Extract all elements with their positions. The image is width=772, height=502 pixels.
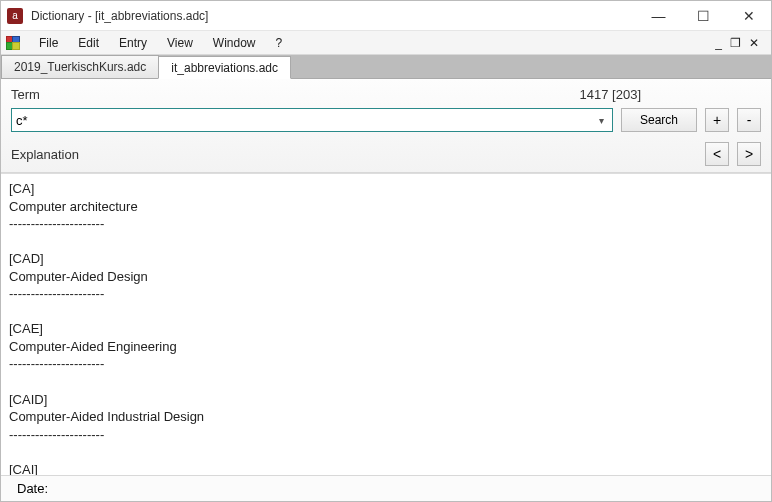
minimize-button[interactable]: — xyxy=(636,1,681,31)
document-tab-bar: 2019_TuerkischKurs.adcit_abbreviations.a… xyxy=(1,55,771,79)
prev-button[interactable]: < xyxy=(705,142,729,166)
mdi-close-button[interactable]: ✕ xyxy=(747,36,761,50)
menu-edit[interactable]: Edit xyxy=(68,33,109,53)
term-label: Term xyxy=(11,87,40,102)
document-tab[interactable]: it_abbreviations.adc xyxy=(158,56,291,79)
remove-button[interactable]: - xyxy=(737,108,761,132)
mdi-window-controls: _ ❐ ✕ xyxy=(713,36,767,50)
menu-window[interactable]: Window xyxy=(203,33,266,53)
mdi-minimize-button[interactable]: _ xyxy=(713,36,724,50)
search-button[interactable]: Search xyxy=(621,108,697,132)
result-count: 1417 [203] xyxy=(580,87,641,102)
app-menu-icon xyxy=(5,35,21,51)
window-title: Dictionary - [it_abbreviations.adc] xyxy=(31,9,208,23)
explanation-label: Explanation xyxy=(11,147,79,162)
term-input[interactable] xyxy=(16,113,595,128)
menu-bar: FileEditEntryViewWindow? _ ❐ ✕ xyxy=(1,31,771,55)
menu-q[interactable]: ? xyxy=(266,33,293,53)
app-icon: a xyxy=(7,8,23,24)
menu-entry[interactable]: Entry xyxy=(109,33,157,53)
menu-view[interactable]: View xyxy=(157,33,203,53)
close-button[interactable]: ✕ xyxy=(726,1,771,31)
next-button[interactable]: > xyxy=(737,142,761,166)
chevron-down-icon[interactable]: ▾ xyxy=(595,115,608,126)
maximize-button[interactable]: ☐ xyxy=(681,1,726,31)
search-panel: Term 1417 [203] ▾ Search + - Explanation… xyxy=(1,79,771,173)
date-label: Date: xyxy=(17,481,48,496)
document-tab[interactable]: 2019_TuerkischKurs.adc xyxy=(1,55,159,78)
menu-file[interactable]: File xyxy=(29,33,68,53)
title-bar: a Dictionary - [it_abbreviations.adc] — … xyxy=(1,1,771,31)
results-pane[interactable]: [CA] Computer architecture -------------… xyxy=(1,173,771,475)
add-button[interactable]: + xyxy=(705,108,729,132)
mdi-restore-button[interactable]: ❐ xyxy=(728,36,743,50)
status-bar: Date: xyxy=(1,475,771,501)
term-combo[interactable]: ▾ xyxy=(11,108,613,132)
